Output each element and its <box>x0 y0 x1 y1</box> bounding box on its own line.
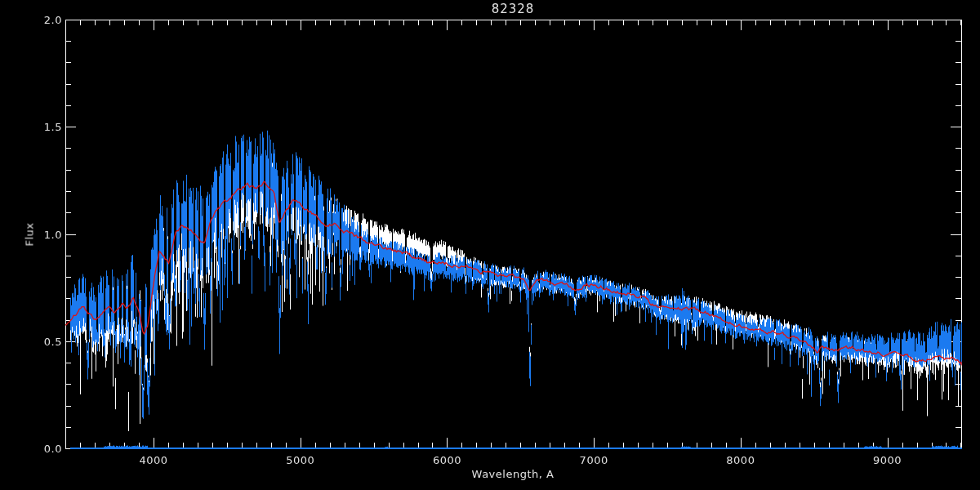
x-tick-label: 9000 <box>873 454 902 466</box>
spectrum-plot-canvas <box>0 0 980 490</box>
y-tick-label: 0.0 <box>26 443 62 455</box>
chart-title: 82328 <box>492 2 535 16</box>
y-tick-label: 0.5 <box>26 335 62 347</box>
x-tick-label: 7000 <box>580 454 608 466</box>
x-tick-label: 4000 <box>139 454 167 466</box>
x-tick-label: 8000 <box>726 454 755 466</box>
y-tick-label: 1.0 <box>26 228 62 240</box>
x-tick-label: 5000 <box>286 454 314 466</box>
x-axis-label: Wavelength, A <box>472 468 555 480</box>
x-tick-label: 6000 <box>433 454 461 466</box>
y-tick-label: 2.0 <box>26 14 62 26</box>
y-tick-label: 1.5 <box>26 121 62 133</box>
spectrum-chart: 82328 Wavelength, A Flux 400050006000700… <box>0 0 980 490</box>
